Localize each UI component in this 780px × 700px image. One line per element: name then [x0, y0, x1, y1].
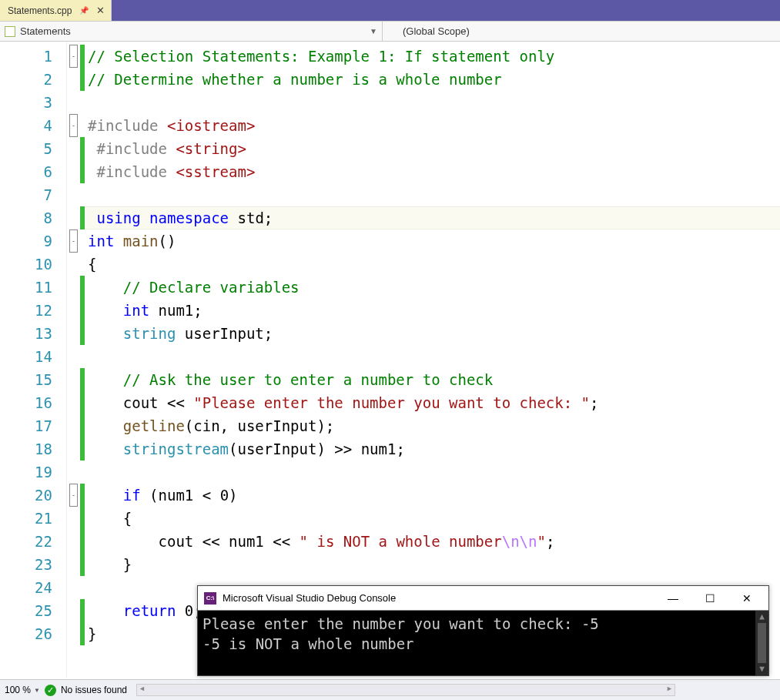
code-line[interactable]: }: [88, 553, 780, 576]
code-line[interactable]: string userInput;: [88, 322, 780, 345]
fold-cell: [67, 437, 80, 461]
fold-toggle-icon[interactable]: -: [69, 229, 78, 253]
code-line[interactable]: cout << "Please enter the number you wan…: [88, 391, 780, 414]
chevron-down-icon: ▼: [34, 687, 40, 694]
line-number: 7: [0, 183, 52, 206]
line-number: 23: [0, 553, 52, 576]
console-body[interactable]: Please enter the number you want to chec…: [198, 611, 768, 675]
maximize-button[interactable]: ☐: [695, 592, 725, 605]
scroll-up-icon[interactable]: ▲: [755, 611, 768, 623]
code-line[interactable]: getline(cin, userInput);: [88, 414, 780, 437]
close-button[interactable]: ✕: [731, 592, 762, 605]
status-ok-icon: ✓: [45, 685, 56, 696]
code-line[interactable]: if (num1 < 0): [88, 484, 780, 507]
line-number: 21: [0, 507, 52, 530]
line-number-gutter: 1234567891011121314151617181920212223242…: [0, 42, 66, 678]
code-editor[interactable]: 1234567891011121314151617181920212223242…: [0, 42, 780, 678]
navigation-bar: Statements ▼ (Global Scope): [0, 22, 780, 42]
code-line[interactable]: // Selection Statements: Example 1: If s…: [88, 45, 780, 68]
code-line[interactable]: using namespace std;: [88, 206, 780, 229]
fold-cell: [67, 391, 80, 414]
code-line[interactable]: // Determine whether a number is a whole…: [88, 68, 780, 91]
console-app-icon: C:\: [204, 592, 216, 605]
code-line[interactable]: int main(): [88, 229, 780, 253]
code-line[interactable]: {: [88, 507, 780, 530]
fold-cell: [67, 206, 80, 229]
fold-toggle-icon[interactable]: -: [69, 114, 78, 137]
code-line[interactable]: // Ask the user to enter a number to che…: [88, 368, 780, 391]
console-scrollbar[interactable]: ▲ ▼: [755, 611, 768, 675]
fold-cell: [67, 530, 80, 553]
fold-toggle-icon[interactable]: -: [69, 45, 78, 68]
code-line[interactable]: [88, 91, 780, 114]
line-number: 18: [0, 437, 52, 461]
code-line[interactable]: #include <string>: [88, 137, 780, 160]
fold-cell: [67, 368, 80, 391]
scroll-thumb[interactable]: [758, 623, 766, 663]
horizontal-scrollbar[interactable]: [136, 684, 675, 696]
minimize-button[interactable]: —: [658, 592, 688, 605]
line-number: 2: [0, 68, 52, 91]
line-number: 25: [0, 599, 52, 622]
scope-icon: [5, 26, 15, 37]
console-line: -5 is NOT a whole number: [203, 634, 764, 654]
tab-filename: Statements.cpp: [8, 5, 72, 16]
fold-cell: [67, 299, 80, 322]
fold-cell: -: [67, 45, 80, 68]
code-line[interactable]: [88, 461, 780, 484]
nav-scope-right[interactable]: (Global Scope): [383, 22, 780, 41]
code-line[interactable]: stringstream(userInput) >> num1;: [88, 437, 780, 461]
line-number: 12: [0, 299, 52, 322]
line-number: 5: [0, 137, 52, 160]
zoom-control[interactable]: 100 % ▼: [5, 685, 40, 695]
code-line[interactable]: [88, 345, 780, 368]
fold-cell: [67, 576, 80, 599]
fold-cell: [67, 253, 80, 276]
fold-cell: [67, 276, 80, 299]
status-issues-text: No issues found: [61, 685, 127, 695]
code-line[interactable]: #include <sstream>: [88, 160, 780, 183]
code-line[interactable]: [88, 183, 780, 206]
code-line[interactable]: // Declare variables: [88, 276, 780, 299]
console-title-text: Microsoft Visual Studio Debug Console: [223, 592, 396, 604]
line-number: 16: [0, 391, 52, 414]
pin-icon[interactable]: 📌: [79, 6, 89, 15]
fold-cell: -: [67, 114, 80, 137]
line-number: 6: [0, 160, 52, 183]
zoom-value: 100 %: [5, 685, 31, 695]
line-number: 14: [0, 345, 52, 368]
line-number: 19: [0, 461, 52, 484]
line-number: 15: [0, 368, 52, 391]
code-line[interactable]: cout << num1 << " is NOT a whole number\…: [88, 530, 780, 553]
tab-bar: Statements.cpp 📌 ✕: [0, 0, 780, 22]
code-line[interactable]: #include <iostream>: [88, 114, 780, 137]
line-number: 4: [0, 114, 52, 137]
code-line[interactable]: {: [88, 253, 780, 276]
line-number: 17: [0, 414, 52, 437]
line-number: 22: [0, 530, 52, 553]
fold-cell: [67, 68, 80, 91]
fold-cell: [67, 91, 80, 114]
nav-right-label: (Global Scope): [403, 25, 470, 37]
nav-scope-left[interactable]: Statements ▼: [0, 22, 383, 41]
fold-toggle-icon[interactable]: -: [69, 484, 78, 507]
scroll-down-icon[interactable]: ▼: [755, 663, 768, 675]
status-bar: 100 % ▼ ✓ No issues found: [0, 679, 780, 700]
close-icon[interactable]: ✕: [96, 5, 105, 16]
line-number: 20: [0, 484, 52, 507]
code-content[interactable]: // Selection Statements: Example 1: If s…: [85, 42, 780, 678]
line-number: 8: [0, 206, 52, 229]
console-titlebar[interactable]: C:\ Microsoft Visual Studio Debug Consol…: [198, 586, 768, 611]
line-number: 24: [0, 576, 52, 599]
tab-statements-cpp[interactable]: Statements.cpp 📌 ✕: [0, 0, 112, 21]
line-number: 9: [0, 229, 52, 253]
fold-column: ----: [66, 42, 80, 678]
fold-cell: [67, 507, 80, 530]
fold-cell: -: [67, 229, 80, 253]
code-line[interactable]: int num1;: [88, 299, 780, 322]
line-number: 13: [0, 322, 52, 345]
fold-cell: [67, 137, 80, 160]
console-line: Please enter the number you want to chec…: [203, 614, 764, 634]
fold-cell: -: [67, 484, 80, 507]
fold-cell: [67, 553, 80, 576]
